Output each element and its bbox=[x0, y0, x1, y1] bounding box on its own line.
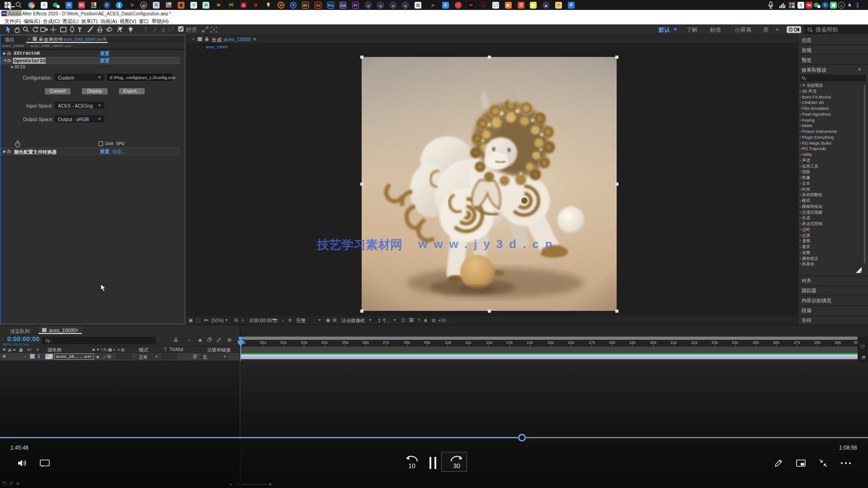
svg-text:30: 30 bbox=[453, 462, 460, 469]
svg-text:10: 10 bbox=[408, 462, 415, 469]
